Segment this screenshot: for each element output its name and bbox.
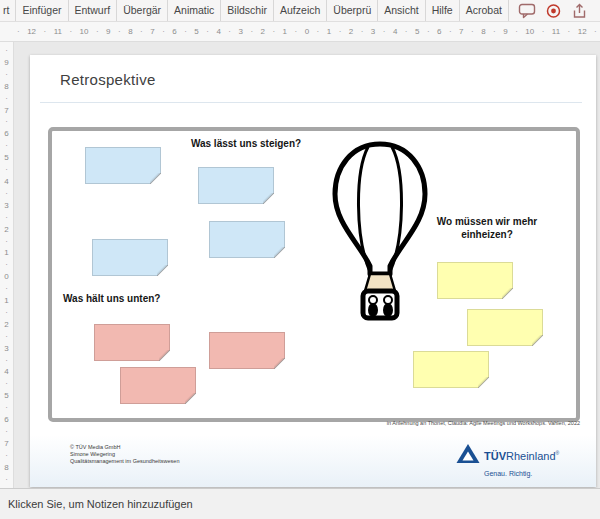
ruler-tick: · [96, 27, 99, 36]
source-attribution[interactable]: in Anlehnung an Thonet, Claudia: Agile M… [387, 420, 580, 426]
question-einheizen[interactable]: Wo müssen wir mehr einheizen? [424, 216, 550, 241]
share-icon[interactable] [571, 3, 588, 19]
sticky-note-yellow-1[interactable] [437, 262, 513, 299]
ruler-number: 9 [4, 58, 8, 67]
ruler-number: 5 [4, 153, 8, 162]
notes-placeholder[interactable]: Klicken Sie, um Notizen hinzuzufügen [8, 498, 193, 510]
ruler-number: 2 [349, 27, 353, 36]
question-unten[interactable]: Was hält uns unten? [63, 293, 160, 304]
ruler-number: 7 [4, 106, 8, 115]
title-divider [40, 102, 582, 103]
tab-start[interactable]: rt [0, 0, 16, 21]
sticky-note-blue-4[interactable] [92, 239, 168, 276]
ruler-number: 12 [578, 27, 587, 36]
ruler-tick: · [69, 27, 72, 36]
ruler-number: 2 [4, 320, 8, 329]
sticky-note-pink-2[interactable] [209, 332, 285, 369]
tab-bildschirmpraesentation[interactable]: Bildschir [221, 0, 274, 21]
ruler-number: 4 [4, 177, 8, 186]
ruler-number: 7 [150, 27, 154, 36]
ruler-number: 3 [4, 344, 8, 353]
ruler-number: 1 [327, 27, 331, 36]
ruler-tick: · [5, 46, 8, 55]
ruler-tick: · [5, 189, 8, 198]
tuv-rheinland-logo[interactable]: TÜVRheinland® Genau. Richtig. [455, 442, 559, 477]
tab-uebergaenge[interactable]: Übergär [117, 0, 168, 21]
ruler-number: 11 [552, 27, 560, 36]
slide-title[interactable]: Retrospektive [60, 71, 156, 88]
ruler-tick: · [361, 27, 364, 36]
horizontal-ruler[interactable]: ·12·11·10·9·8·7·6·5·4·3·2·1·0·1·2·3·4·5·… [14, 22, 600, 42]
tab-ueberpruefen[interactable]: Überprü [327, 0, 378, 21]
sticky-note-pink-3[interactable] [120, 367, 196, 404]
ruler-tick: · [184, 27, 187, 36]
ruler-tick: · [228, 27, 231, 36]
ruler-number: 7 [459, 27, 463, 36]
tab-einfuegen[interactable]: Einfüger [16, 0, 68, 21]
comment-icon[interactable] [518, 3, 536, 19]
sticky-note-blue-2[interactable] [198, 167, 274, 204]
ruler-number: 5 [415, 27, 419, 36]
ruler-tick: · [118, 27, 121, 36]
ruler-tick: · [5, 141, 8, 150]
tab-ansicht[interactable]: Ansicht [378, 0, 425, 21]
ruler-number: 10 [80, 27, 89, 36]
slide-workspace: Retrospektive Was lässt uns steigen? Was… [14, 42, 600, 488]
ruler-tick: · [5, 237, 8, 246]
sticky-note-pink-1[interactable] [94, 324, 170, 361]
ruler-number: 9 [106, 27, 110, 36]
record-icon[interactable] [545, 3, 562, 19]
slide-canvas[interactable]: Retrospektive Was lässt uns steigen? Was… [30, 55, 596, 487]
ruler-number: 1 [283, 27, 287, 36]
ruler-tick: · [5, 117, 8, 126]
retrospective-board[interactable]: Was lässt uns steigen? Was hält uns unte… [48, 127, 580, 422]
ruler-tick: · [449, 27, 452, 36]
ruler-tick: · [339, 27, 342, 36]
ruler-number: 11 [54, 27, 62, 36]
sticky-note-blue-1[interactable] [85, 147, 161, 184]
tab-animationen[interactable]: Animatic [168, 0, 221, 21]
sticky-note-yellow-2[interactable] [467, 309, 543, 346]
ruler-tick: · [5, 356, 8, 365]
tab-acrobat[interactable]: Acrobat [460, 0, 509, 21]
ruler-number: 3 [4, 201, 8, 210]
ruler-tick: · [5, 332, 8, 341]
footer-line-department: Qualitätsmanagement im Gesundheitswesen [70, 458, 179, 465]
ruler-tick: · [5, 427, 8, 436]
ruler-number: 1 [4, 296, 8, 305]
ruler-tick: · [5, 379, 8, 388]
ruler-tick: · [5, 260, 8, 269]
ruler-tick: · [44, 27, 47, 36]
ruler-tick: · [17, 27, 20, 36]
tab-hilfe[interactable]: Hilfe [426, 0, 460, 21]
vertical-ruler[interactable]: ·9·8·7·6·5·4·3·2·1·0·1·2·3·4·5·6·7·8· [0, 42, 14, 488]
ruler-tick: · [162, 27, 165, 36]
ruler-number: 8 [128, 27, 132, 36]
ruler-tick: · [140, 27, 143, 36]
tab-entwurf[interactable]: Entwurf [69, 0, 118, 21]
ruler-corner [0, 22, 14, 42]
hot-air-balloon-image[interactable] [328, 139, 432, 339]
ruler-tick: · [493, 27, 496, 36]
ruler-number: 6 [4, 415, 8, 424]
ruler-number: 9 [503, 27, 507, 36]
ruler-number: 8 [4, 463, 8, 472]
ruler-tick: · [5, 94, 8, 103]
footer-line-company: © TÜV Media GmbH [70, 444, 179, 451]
notes-pane[interactable]: Klicken Sie, um Notizen hinzuzufügen [0, 488, 600, 519]
ruler-number: 0 [4, 272, 8, 281]
ruler-number: 6 [172, 27, 176, 36]
ruler-number: 8 [481, 27, 485, 36]
ruler-number: 2 [4, 225, 8, 234]
ruler-tick: · [427, 27, 430, 36]
sticky-note-blue-3[interactable] [209, 221, 285, 258]
ruler-tick: · [542, 27, 545, 36]
ruler-tick: · [405, 27, 408, 36]
tab-aufzeichnen[interactable]: Aufzeich [274, 0, 327, 21]
slide-footer-text[interactable]: © TÜV Media GmbH Simone Wiegering Qualit… [70, 444, 179, 465]
question-steigen[interactable]: Was lässt uns steigen? [184, 138, 308, 149]
ruler-number: 1 [4, 248, 8, 257]
sticky-note-yellow-3[interactable] [413, 351, 489, 388]
ruler-number: 3 [371, 27, 375, 36]
ruler-number: 3 [238, 27, 242, 36]
